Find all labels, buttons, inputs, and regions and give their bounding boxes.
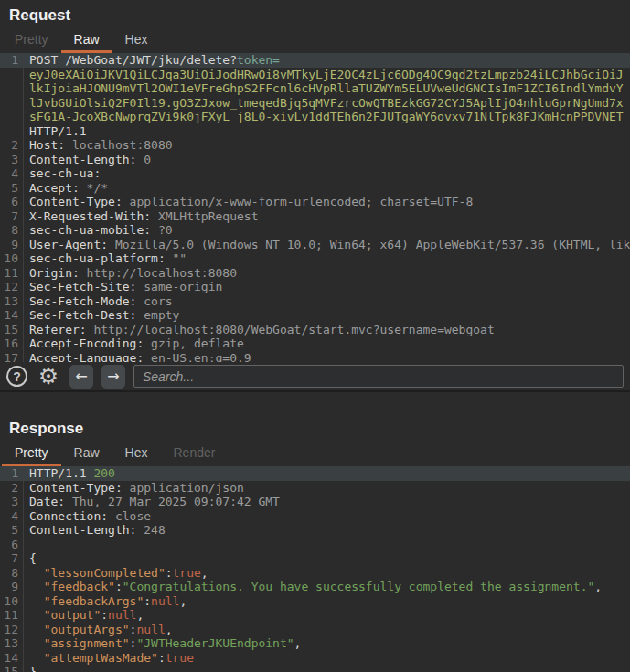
code-text [24,538,630,552]
code-text: Origin: http://localhost:8080 [24,266,630,281]
line-number: 3 [0,153,24,167]
code-line: 9 "feedback":"Congratulations. You have … [0,580,630,594]
code-text: "assignment":"JWTHeaderJKUEndpoint", [24,636,630,651]
line-number: 10 [0,594,24,609]
line-number: 1 [0,53,24,68]
code-line: 12 "outputArgs":null, [0,623,630,637]
code-line: 8 "lessonCompleted":true, [0,566,630,581]
code-line: 17Accept-Language: en-US,en;q=0.9 [0,351,630,363]
response-panel: Response PrettyRawHexRender 1HTTP/1.1 20… [0,392,630,672]
line-number: 12 [0,280,24,294]
line-number: 8 [0,223,24,238]
code-line: 13 "assignment":"JWTHeaderJKUEndpoint", [0,636,630,651]
settings-icon[interactable]: ⚙ [36,365,61,388]
line-number: 2 [0,138,24,153]
code-text: sec-ch-ua: [24,166,630,181]
code-line: sFG1A-JcoXBcNwprqZVi9k0jFXyL_j8L0-xivLv1… [0,110,630,124]
code-line: 13Sec-Fetch-Mode: cors [0,294,630,309]
line-number: 5 [0,181,24,196]
line-number: 14 [0,308,24,323]
code-line: 7{ [0,551,630,566]
code-line: lkIjoiaHJONU9mVTl2OWI1eVFreGhpS2FFcnl6cH… [0,81,630,96]
code-line: 16Accept-Encoding: gzip, deflate [0,336,630,351]
code-text: lJvbGUiOlsiQ2F0Il19.gO3ZJxow_tmeqedBjq5q… [24,96,630,111]
code-text: sFG1A-JcoXBcNwprqZVi9k0jFXyL_j8L0-xivLv1… [24,110,630,124]
line-number: 17 [0,351,24,363]
code-line: 14 "attemptWasMade":true [0,651,630,666]
line-number: 8 [0,566,24,581]
back-icon: ← [75,368,87,385]
search-input[interactable] [133,365,624,388]
line-number: 5 [0,523,24,538]
code-text: { [24,551,630,566]
line-number: 4 [0,166,24,181]
line-number: 6 [0,538,24,552]
code-text: "outputArgs":null, [24,623,630,637]
code-line: 6 [0,538,630,552]
code-text: POST /WebGoat/JWT/jku/delete?token= [24,53,630,68]
line-number: 13 [0,636,24,651]
code-text: Content-Type: application/json [24,481,630,496]
line-number: 13 [0,294,24,309]
code-text: Date: Thu, 27 Mar 2025 09:07:42 GMT [24,495,630,509]
request-editor[interactable]: 1POST /WebGoat/JWT/jku/delete?token=eyJ0… [0,53,630,362]
line-number: 6 [0,195,24,209]
code-text: HTTP/1.1 [24,124,630,139]
code-line: 3Content-Length: 0 [0,153,630,167]
line-number: 2 [0,481,24,496]
line-number: 3 [0,495,24,509]
request-panel-title: Request [0,0,630,27]
line-number [0,81,24,96]
line-number: 14 [0,651,24,666]
code-text: Sec-Fetch-Site: same-origin [24,280,630,294]
forward-icon: → [107,368,119,385]
code-text: Content-Length: 0 [24,153,630,167]
code-text: sec-ch-ua-platform: "" [24,251,630,266]
help-icon[interactable]: ? [6,366,27,387]
line-number: 16 [0,336,24,351]
code-text: User-Agent: Mozilla/5.0 (Windows NT 10.0… [24,238,630,252]
code-text: Content-Length: 248 [24,523,630,538]
code-line: 9User-Agent: Mozilla/5.0 (Windows NT 10.… [0,238,630,252]
line-number: 9 [0,238,24,252]
tab-hex[interactable]: Hex [112,27,161,53]
request-tabs: PrettyRawHex [0,27,630,53]
code-line: 6Content-Type: application/x-www-form-ur… [0,195,630,209]
code-text: Sec-Fetch-Dest: empty [24,308,630,323]
code-line: 7X-Requested-With: XMLHttpRequest [0,209,630,224]
code-line: 2Content-Type: application/json [0,481,630,496]
code-line: 4Connection: close [0,509,630,524]
line-number: 12 [0,623,24,637]
code-line: 3Date: Thu, 27 Mar 2025 09:07:42 GMT [0,495,630,509]
tab-hex[interactable]: Hex [112,441,161,466]
line-number: 7 [0,551,24,566]
code-line: 15} [0,665,630,672]
code-line: 5Content-Length: 248 [0,523,630,538]
tab-pretty[interactable]: Pretty [2,441,61,466]
line-number: 4 [0,509,24,524]
code-line: 10 "feedbackArgs":null, [0,594,630,609]
response-editor[interactable]: 1HTTP/1.1 2002Content-Type: application/… [0,466,630,672]
code-text: } [24,665,630,672]
code-line: HTTP/1.1 [0,124,630,139]
code-line: lJvbGUiOlsiQ2F0Il19.gO3ZJxow_tmeqedBjq5q… [0,96,630,111]
line-number: 15 [0,323,24,337]
line-number: 11 [0,608,24,623]
code-text: Accept: */* [24,181,630,196]
code-text: Sec-Fetch-Mode: cors [24,294,630,309]
line-number [0,110,24,124]
code-text: Accept-Language: en-US,en;q=0.9 [24,351,630,363]
tab-raw[interactable]: Raw [61,441,112,466]
line-number [0,68,24,82]
code-text: Content-Type: application/x-www-form-url… [24,195,630,209]
code-text: sec-ch-ua-mobile: ?0 [24,223,630,238]
previous-match-button[interactable]: ← [69,365,93,389]
response-tabs: PrettyRawHexRender [0,441,630,466]
next-match-button[interactable]: → [101,365,125,389]
tab-raw[interactable]: Raw [61,27,112,53]
code-line: 8sec-ch-ua-mobile: ?0 [0,223,630,238]
code-line: 14Sec-Fetch-Dest: empty [0,308,630,323]
code-text: "feedback":"Congratulations. You have su… [24,580,630,594]
line-number: 1 [0,466,24,481]
code-line: 5Accept: */* [0,181,630,196]
